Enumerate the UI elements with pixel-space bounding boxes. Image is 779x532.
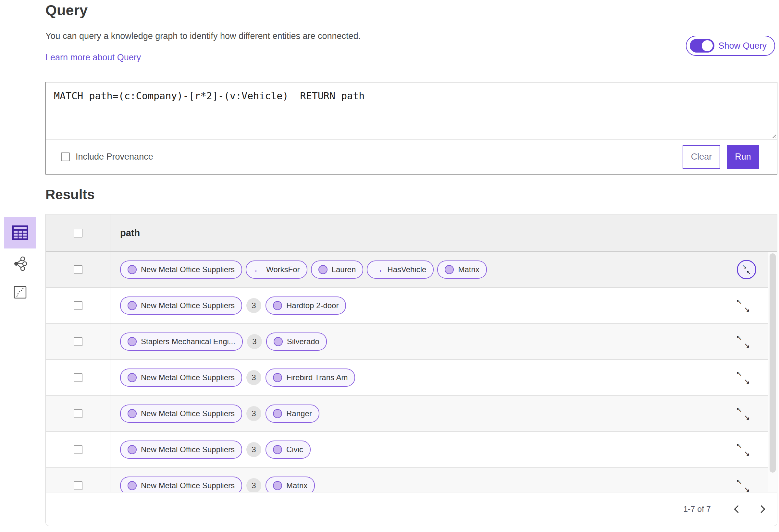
expand-row-button[interactable]: ↖↘: [736, 335, 750, 348]
node-chip[interactable]: Lauren: [311, 261, 364, 279]
node-chip[interactable]: Hardtop 2-door: [265, 296, 346, 315]
show-query-label: Show Query: [718, 41, 767, 51]
next-page-button[interactable]: [755, 502, 769, 517]
node-chip[interactable]: Staplers Mechanical Engi...: [120, 332, 243, 351]
editor-buttons: Clear Run: [682, 145, 759, 169]
expand-row-button[interactable]: ↖↘: [736, 407, 750, 420]
relationship-chip[interactable]: →HasVehicle: [367, 261, 434, 279]
node-label: New Metal Office Suppliers: [141, 481, 235, 490]
view-switcher: [4, 217, 36, 249]
results-rows: New Metal Office Suppliers←WorksForLaure…: [46, 252, 777, 504]
arrow-nw-icon: ↖: [736, 298, 742, 305]
node-circle-icon: [273, 445, 282, 454]
page-description: You can query a knowledge graph to ident…: [46, 31, 361, 41]
row-select-cell: [46, 324, 110, 359]
row-checkbox[interactable]: [74, 265, 82, 274]
node-chip[interactable]: New Metal Office Suppliers: [120, 441, 242, 459]
node-circle-icon: [128, 337, 137, 346]
node-label: New Metal Office Suppliers: [141, 301, 235, 310]
arrow-se-icon: ↘: [744, 414, 750, 421]
node-circle-icon: [128, 301, 137, 310]
path-cell: New Metal Office Suppliers3Civic: [110, 432, 777, 467]
show-query-toggle[interactable]: Show Query: [686, 36, 775, 56]
expand-row-button[interactable]: ↖↘: [736, 299, 750, 312]
node-chip[interactable]: New Metal Office Suppliers: [120, 404, 242, 423]
expand-row-button[interactable]: ↖↘: [736, 371, 750, 384]
hop-count-badge: 3: [247, 334, 262, 349]
row-select-cell: [46, 396, 110, 431]
query-editor-footer: Include Provenance Clear Run: [46, 139, 777, 174]
path-header-cell: path: [110, 214, 777, 251]
select-all-cell: [46, 214, 110, 251]
resize-handle-icon[interactable]: [770, 133, 776, 138]
prev-page-button[interactable]: [730, 502, 744, 517]
hop-count-badge: 3: [246, 298, 261, 313]
graph-view-button[interactable]: [4, 256, 36, 271]
row-select-cell: [46, 252, 110, 287]
node-chip[interactable]: Ranger: [265, 404, 319, 423]
hop-count-badge: 3: [246, 478, 261, 493]
arrow-nw-icon: ↖: [746, 270, 751, 275]
row-checkbox[interactable]: [74, 409, 82, 418]
expand-row-button[interactable]: ↖↘: [736, 443, 750, 456]
results-title: Results: [46, 187, 95, 202]
table-view-button[interactable]: [4, 217, 36, 249]
table-icon: [12, 225, 28, 240]
row-checkbox[interactable]: [74, 374, 82, 382]
table-row: New Metal Office Suppliers3Civic ↖↘: [46, 432, 777, 468]
node-circle-icon: [274, 337, 283, 346]
node-label: New Metal Office Suppliers: [141, 265, 235, 274]
scrollbar-thumb[interactable]: [770, 253, 776, 473]
node-label: Civic: [286, 445, 303, 454]
node-circle-icon: [273, 409, 282, 418]
node-chip[interactable]: New Metal Office Suppliers: [120, 296, 242, 315]
hop-count-badge: 3: [246, 406, 261, 421]
collapse-row-button[interactable]: ↘↖: [737, 260, 756, 279]
expand-row-button[interactable]: ↖↘: [736, 479, 750, 492]
vertical-scrollbar[interactable]: [768, 252, 777, 492]
node-label: Matrix: [458, 265, 479, 274]
row-checkbox[interactable]: [74, 481, 82, 490]
path-cell: New Metal Office Suppliers←WorksForLaure…: [110, 252, 777, 287]
relationship-chip[interactable]: ←WorksFor: [246, 261, 307, 279]
query-page: Query You can query a knowledge graph to…: [0, 0, 779, 532]
node-chip[interactable]: Matrix: [437, 261, 487, 279]
chevron-right-icon: [757, 505, 765, 513]
row-select-cell: [46, 432, 110, 467]
arrow-se-icon: ↘: [742, 264, 747, 270]
query-textarea[interactable]: MATCH path=(c:Company)-[r*2]-(v:Vehicle)…: [46, 82, 777, 139]
select-all-checkbox[interactable]: [74, 229, 82, 238]
table-row: New Metal Office Suppliers3Firebird Tran…: [46, 360, 777, 396]
clear-button[interactable]: Clear: [682, 145, 720, 169]
node-label: Lauren: [332, 265, 356, 274]
node-chip[interactable]: Civic: [265, 441, 311, 459]
toggle-knob: [702, 40, 713, 51]
path-cell: New Metal Office Suppliers3Hardtop 2-doo…: [110, 288, 777, 323]
row-checkbox[interactable]: [74, 445, 82, 454]
row-checkbox[interactable]: [74, 337, 82, 346]
graph-icon: [13, 256, 27, 271]
node-chip[interactable]: New Metal Office Suppliers: [120, 369, 242, 387]
provenance-checkbox[interactable]: [61, 152, 70, 161]
arrow-se-icon: ↘: [744, 342, 750, 349]
query-editor: MATCH path=(c:Company)-[r*2]-(v:Vehicle)…: [46, 82, 777, 175]
row-select-cell: [46, 288, 110, 323]
toggle-switch-icon[interactable]: [690, 39, 714, 53]
row-checkbox[interactable]: [74, 302, 82, 310]
node-circle-icon: [128, 445, 137, 454]
learn-more-link[interactable]: Learn more about Query: [46, 53, 141, 63]
node-chip[interactable]: New Metal Office Suppliers: [120, 261, 242, 279]
include-provenance-option[interactable]: Include Provenance: [61, 152, 153, 162]
node-label: Firebird Trans Am: [286, 373, 348, 382]
arrow-nw-icon: ↖: [736, 406, 742, 413]
run-button[interactable]: Run: [727, 145, 759, 169]
node-chip[interactable]: Silverado: [266, 332, 327, 351]
hop-count-badge: 3: [246, 370, 261, 385]
map-view-button[interactable]: [4, 285, 36, 299]
arrow-left-icon: ←: [253, 265, 262, 274]
node-circle-icon: [273, 301, 282, 310]
node-circle-icon: [273, 481, 282, 490]
node-circle-icon: [128, 481, 137, 490]
arrow-right-icon: →: [374, 265, 383, 274]
node-chip[interactable]: Firebird Trans Am: [265, 369, 355, 387]
